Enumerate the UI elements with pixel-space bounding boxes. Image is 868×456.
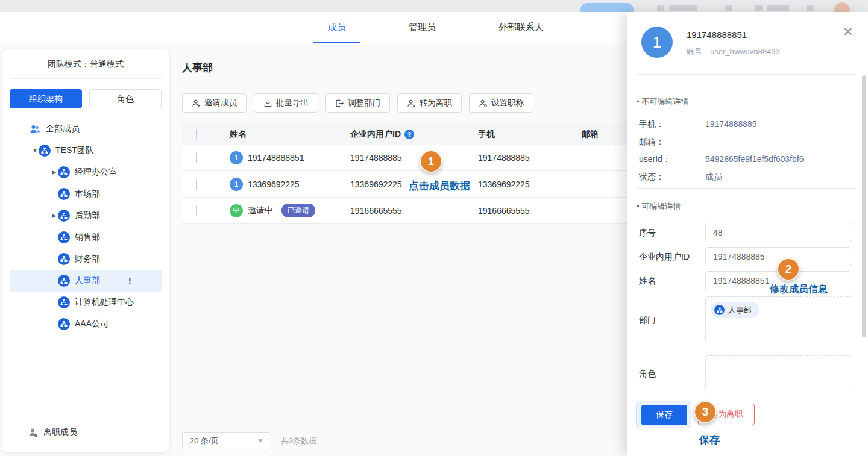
set-title-button[interactable]: 设置职称: [469, 93, 533, 113]
person-gear-icon: [479, 99, 488, 108]
resigned-members-label: 离职成员: [43, 427, 77, 438]
department-picker[interactable]: 人事部: [705, 296, 851, 342]
department-icon: [58, 166, 70, 178]
tree-item-test-team[interactable]: ▼ TEST团队: [2, 140, 169, 161]
download-icon: [263, 99, 272, 108]
table-row[interactable]: 中邀请中已邀请 19166665555 19166665555: [182, 198, 627, 224]
table-row[interactable]: 113369692225 13369692225 13369692225: [182, 171, 627, 198]
table-header-row: 姓名 企业内用户ID? 手机 邮箱: [182, 123, 627, 145]
batch-export-button[interactable]: 批量导出: [254, 93, 318, 113]
window-icon: [725, 5, 732, 11]
department-icon: [58, 210, 70, 222]
help-icon[interactable]: ?: [404, 130, 414, 139]
divider: [10, 78, 162, 79]
department-tag[interactable]: 人事部: [711, 302, 760, 318]
page-size-select[interactable]: 20 条/页 ▼: [182, 432, 271, 449]
button-label: 邀请成员: [204, 98, 237, 108]
member-detail-name: 191748888851: [687, 30, 747, 40]
member-name: 191748888851: [248, 153, 304, 163]
row-checkbox[interactable]: [196, 179, 197, 190]
department-icon: [58, 188, 70, 200]
tab-members[interactable]: 成员: [313, 12, 360, 43]
annotation-label-1: 点击成员数据: [409, 179, 470, 193]
department-icon: [58, 231, 70, 243]
tree-item-logistics[interactable]: ▶ 后勤部: [2, 205, 169, 226]
department-icon: [58, 318, 70, 330]
member-account: 账号：user_hwwuvn88493: [687, 46, 780, 57]
member-userid: 19166665555: [350, 206, 478, 216]
org-tree: 全部成员 ▼ TEST团队 ▶ 经理办公室 市场部 ▶ 后勤部 销售部 财务部: [2, 118, 169, 335]
row-checkbox[interactable]: [196, 205, 197, 216]
tab-external-contacts[interactable]: 外部联系人: [484, 12, 558, 43]
tree-item-all-members[interactable]: 全部成员: [2, 118, 169, 140]
invite-member-button[interactable]: 邀请成员: [182, 93, 247, 113]
invited-badge: 已邀请: [281, 204, 315, 217]
drawer-scrollbar[interactable]: [862, 75, 866, 337]
tab-admins[interactable]: 管理员: [394, 12, 450, 43]
org-structure-button[interactable]: 组织架构: [10, 89, 82, 108]
org-sidebar: 团队模式：普通模式 组织架构 角色 全部成员 ▼ TEST团队 ▶ 经理办公室 …: [2, 49, 169, 452]
role-button[interactable]: 角色: [89, 89, 162, 108]
tree-item-label: TEST团队: [55, 145, 94, 156]
chevron-down-icon[interactable]: ▼: [31, 148, 39, 154]
tree-item-label: 计算机处理中心: [75, 297, 134, 308]
dimmed-primary-pill-button: [580, 3, 634, 12]
member-avatar-large: 1: [641, 27, 673, 58]
field-label: 状态：: [639, 172, 705, 183]
tree-item-sales[interactable]: 销售部: [2, 226, 169, 248]
move-out-icon: [335, 99, 344, 108]
row-checkbox[interactable]: [196, 152, 197, 163]
department-label: 部门: [639, 315, 656, 326]
tree-item-label: AAA公司: [75, 319, 108, 330]
name-label: 姓名: [639, 276, 656, 287]
tree-item-finance[interactable]: 财务部: [2, 248, 169, 270]
member-userid: 19174888885: [350, 153, 478, 163]
tree-item-label: 财务部: [75, 254, 100, 264]
save-button[interactable]: 保存: [641, 405, 687, 425]
role-label: 角色: [639, 369, 656, 379]
company-userid-label: 企业内用户ID: [639, 252, 690, 263]
seq-input[interactable]: [705, 223, 851, 242]
member-toolbar: 邀请成员 批量导出 调整部门 转为离职 设置职称: [182, 93, 533, 113]
department-icon: [58, 296, 70, 308]
tree-item-label: 人事部: [75, 275, 100, 286]
person-icon: [807, 5, 814, 11]
more-options-icon[interactable]: ⋮: [126, 276, 134, 286]
tree-item-marketing[interactable]: 市场部: [2, 183, 169, 205]
readonly-field-email: 邮箱：: [639, 137, 856, 148]
chevron-right-icon[interactable]: ▶: [51, 213, 58, 219]
role-picker[interactable]: [705, 355, 851, 390]
clipboard-icon: [657, 5, 664, 11]
close-icon[interactable]: ✕: [843, 25, 854, 38]
chevron-right-icon[interactable]: ▶: [51, 169, 58, 175]
divider: [637, 188, 856, 189]
dimmed-header-text: [669, 5, 697, 11]
divider: [637, 74, 856, 75]
adjust-department-button[interactable]: 调整部门: [326, 93, 390, 113]
field-value: 成员: [705, 172, 722, 181]
member-name: 13369692225: [248, 180, 300, 189]
readonly-field-status: 状态：成员: [639, 172, 856, 183]
tree-item-computer-center[interactable]: 计算机处理中心: [2, 292, 169, 313]
field-value: 19174888885: [705, 119, 757, 129]
resigned-members-item[interactable]: 离职成员: [2, 427, 169, 438]
department-icon: [39, 145, 51, 157]
set-resigned-button[interactable]: 转为离职: [397, 93, 462, 113]
tree-item-label: 销售部: [75, 232, 100, 243]
annotation-step-3: 3: [694, 401, 717, 423]
readonly-field-phone: 手机：19174888885: [639, 119, 856, 130]
tree-item-hr-selected[interactable]: 人事部 ⋮: [10, 270, 162, 292]
field-label: 邮箱：: [639, 137, 705, 148]
select-all-checkbox[interactable]: [196, 129, 197, 140]
tree-item-label: 经理办公室: [75, 167, 117, 178]
page-size-value: 20 条/页: [190, 436, 219, 446]
divider: [182, 86, 627, 86]
member-phone: 19166665555: [478, 206, 582, 216]
tree-item-aaa-company[interactable]: AAA公司: [2, 313, 169, 335]
pagination: 20 条/页 ▼ 共3条数据: [182, 432, 316, 449]
member-name: 邀请中: [248, 205, 273, 216]
tree-item-manager-office[interactable]: ▶ 经理办公室: [2, 161, 169, 183]
table-row[interactable]: 1191748888851 19174888885 19174888885: [182, 145, 627, 171]
tree-item-label: 后勤部: [75, 210, 100, 221]
readonly-field-userid: userId：5492865fe9f1ef5df603fbf6: [639, 154, 856, 165]
